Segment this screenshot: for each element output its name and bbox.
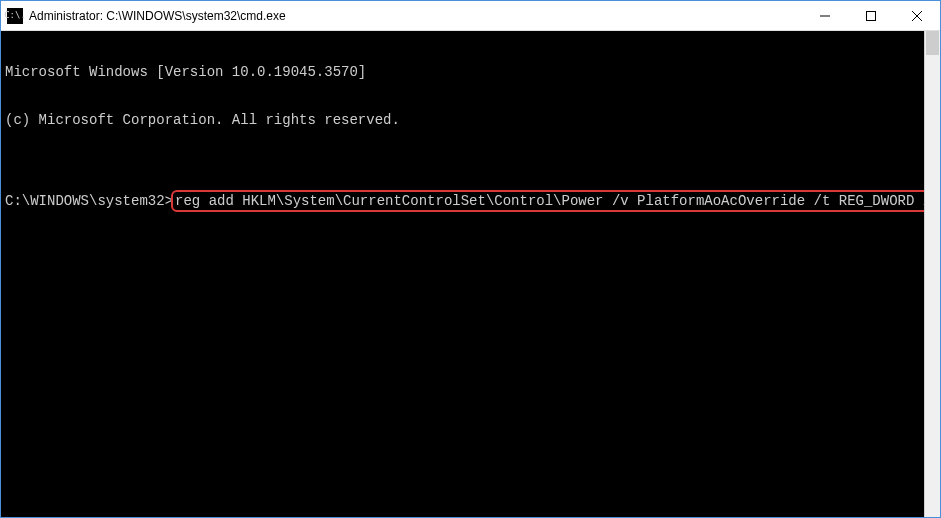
- window-title: Administrator: C:\WINDOWS\system32\cmd.e…: [29, 9, 286, 23]
- window-controls: [802, 1, 940, 30]
- minimize-icon: [820, 11, 830, 21]
- vertical-scrollbar[interactable]: [924, 31, 940, 517]
- cmd-icon: C:\.: [7, 8, 23, 24]
- close-icon: [912, 11, 922, 21]
- maximize-button[interactable]: [848, 1, 894, 30]
- console-line-copyright: (c) Microsoft Corporation. All rights re…: [5, 112, 922, 128]
- minimize-button[interactable]: [802, 1, 848, 30]
- svg-rect-1: [867, 11, 876, 20]
- scrollbar-thumb[interactable]: [926, 31, 939, 55]
- console-prompt-line: C:\WINDOWS\system32>reg add HKLM\System\…: [5, 193, 922, 209]
- close-button[interactable]: [894, 1, 940, 30]
- command-text: reg add HKLM\System\CurrentControlSet\Co…: [175, 193, 940, 209]
- console-area[interactable]: Microsoft Windows [Version 10.0.19045.35…: [1, 31, 940, 517]
- console-line-version: Microsoft Windows [Version 10.0.19045.35…: [5, 64, 922, 80]
- command-highlight: reg add HKLM\System\CurrentControlSet\Co…: [171, 190, 940, 212]
- maximize-icon: [866, 11, 876, 21]
- prompt-text: C:\WINDOWS\system32>: [5, 193, 173, 209]
- titlebar-left: C:\. Administrator: C:\WINDOWS\system32\…: [7, 8, 286, 24]
- console-content: Microsoft Windows [Version 10.0.19045.35…: [5, 32, 922, 241]
- title-bar[interactable]: C:\. Administrator: C:\WINDOWS\system32\…: [1, 1, 940, 31]
- cmd-window: C:\. Administrator: C:\WINDOWS\system32\…: [0, 0, 941, 518]
